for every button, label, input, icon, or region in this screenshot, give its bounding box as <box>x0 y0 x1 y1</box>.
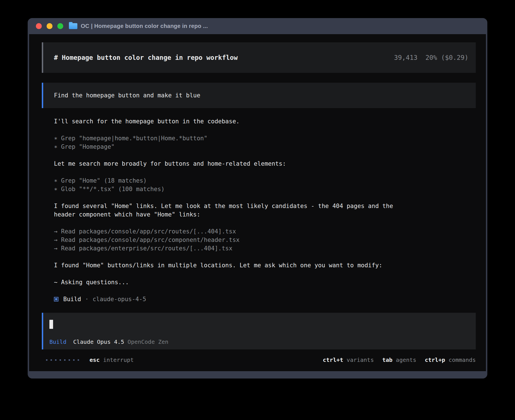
hint-key: esc <box>90 356 100 363</box>
spinner-dot-icon <box>60 359 61 361</box>
agent-status-line: Build · claude-opus-4-5 <box>42 295 476 303</box>
session-header: # Homepage button color change in repo w… <box>42 42 476 73</box>
terminal-window: OC | Homepage button color change in rep… <box>28 18 487 379</box>
hint-label: interrupt <box>100 356 134 363</box>
transcript-line: I'll search for the homepage button in t… <box>54 117 476 126</box>
spinner-dot-icon <box>46 359 47 361</box>
token-count: 39,413 <box>394 54 418 61</box>
transcript-line: I found "Home" buttons/links in multiple… <box>54 261 476 270</box>
user-message: Find the homepage button and make it blu… <box>42 83 476 108</box>
prompt-input[interactable]: Build Claude Opus 4.5 OpenCode Zen <box>42 313 476 349</box>
transcript-line: ∗ Grep "homepage|home.*button|Home.*butt… <box>54 134 476 143</box>
spinner-dot-icon <box>69 359 70 361</box>
input-model-row: Build Claude Opus 4.5 OpenCode Zen <box>49 338 476 346</box>
transcript-line: header component which have "Home" links… <box>54 210 476 219</box>
traffic-lights <box>36 23 63 29</box>
transcript-line: ~ Asking questions... <box>54 278 476 286</box>
keyboard-hint: ctrl+p commands <box>425 356 476 363</box>
titlebar[interactable]: OC | Homepage button color change in rep… <box>29 18 486 34</box>
user-message-text: Find the homepage button and make it blu… <box>54 92 200 99</box>
context-usage: 20% ($0.29) <box>425 54 468 61</box>
session-stats: 39,413 20% ($0.29) <box>394 54 468 61</box>
keyboard-hint: tab agents <box>382 356 416 363</box>
footer-left-hints: esc interrupt <box>90 356 134 363</box>
spinner-dot-icon <box>55 359 56 361</box>
transcript-line <box>54 286 476 295</box>
input-agent-label[interactable]: Build <box>49 338 66 346</box>
hint-key: tab <box>382 356 392 363</box>
hint-label: agents <box>392 356 416 363</box>
transcript-line: → Read packages/console/app/src/routes/[… <box>54 227 476 236</box>
hint-label: commands <box>445 356 476 363</box>
transcript-line: → Read packages/console/app/src/componen… <box>54 236 476 244</box>
text-cursor <box>49 320 53 329</box>
transcript-line <box>54 193 476 202</box>
agent-badge-icon <box>54 297 58 301</box>
input-model-label[interactable]: Claude Opus 4.5 <box>73 338 124 346</box>
agent-name: Build <box>63 296 81 303</box>
keyboard-hint: ctrl+t variants <box>323 356 374 363</box>
spinner-dot-icon <box>78 359 79 361</box>
transcript-line <box>54 168 476 176</box>
hint-label: variants <box>343 356 374 363</box>
spinner-dot-icon <box>73 359 75 361</box>
transcript-line: ∗ Grep "Homepage" <box>54 143 476 151</box>
transcript-line: → Read packages/enterprise/src/routes/[.… <box>54 244 476 253</box>
hint-key: ctrl+p <box>425 356 445 363</box>
transcript-line <box>54 219 476 227</box>
transcript-line: I found several "Home" links. Let me loo… <box>54 202 476 210</box>
footer-bar: esc interrupt ctrl+t variantstab agentsc… <box>42 355 476 365</box>
minimize-button-icon[interactable] <box>47 23 53 29</box>
transcript-line: Let me search more broadly for buttons a… <box>54 159 476 168</box>
spinner-dot-icon <box>64 359 66 361</box>
window-title: OC | Homepage button color change in rep… <box>81 23 208 29</box>
close-button-icon[interactable] <box>36 23 42 29</box>
session-title: # Homepage button color change in repo w… <box>54 54 238 61</box>
transcript-line <box>54 151 476 159</box>
transcript-line <box>54 126 476 134</box>
input-provider-label: OpenCode Zen <box>128 338 169 346</box>
keyboard-hint: esc interrupt <box>90 356 134 363</box>
folder-icon <box>69 23 77 29</box>
agent-model: claude-opus-4-5 <box>93 296 146 303</box>
footer-right-hints: ctrl+t variantstab agentsctrl+p commands <box>323 356 476 363</box>
spinner-dots-icon <box>46 359 79 361</box>
footer-left: esc interrupt <box>46 356 134 363</box>
transcript: I'll search for the homepage button in t… <box>42 117 476 295</box>
transcript-line <box>54 270 476 278</box>
spinner-dot-icon <box>51 359 52 361</box>
terminal-body: # Homepage button color change in repo w… <box>29 34 486 371</box>
transcript-line <box>54 253 476 261</box>
transcript-line: ∗ Glob "**/*.tsx" (100 matches) <box>54 185 476 193</box>
status-separator: · <box>85 296 89 303</box>
transcript-line: ∗ Grep "Home" (18 matches) <box>54 176 476 185</box>
zoom-button-icon[interactable] <box>57 23 63 29</box>
hint-key: ctrl+t <box>323 356 343 363</box>
